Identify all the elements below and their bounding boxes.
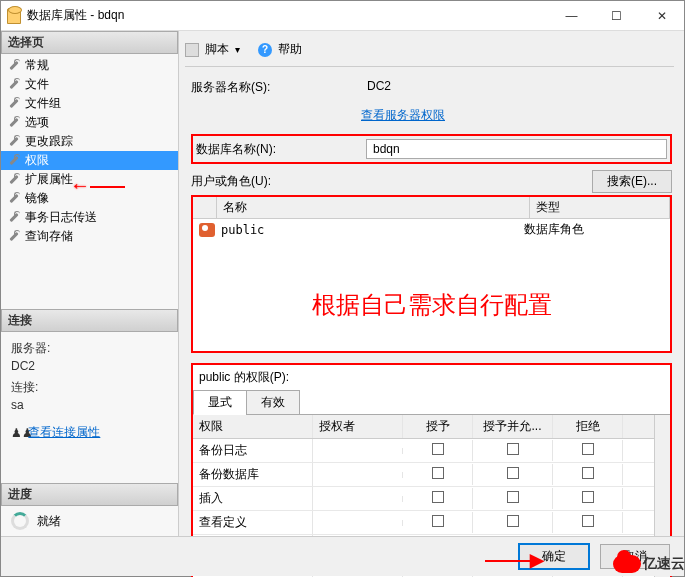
grant-checkbox[interactable] [432,515,444,527]
wrench-icon [7,193,21,205]
perm-name: 备份日志 [193,439,313,462]
perm-row[interactable]: 备份日志 [193,439,654,463]
help-icon: ? [258,43,272,57]
sidebar-item-logshipping[interactable]: 事务日志传送 [1,208,178,227]
with-grant-checkbox[interactable] [507,443,519,455]
script-icon [185,43,199,57]
watermark: 亿速云 [613,555,685,573]
wrench-icon [7,79,21,91]
script-button[interactable]: 脚本 [205,41,229,58]
perm-grantor [313,448,403,454]
db-name-input[interactable] [366,139,667,159]
col-permission[interactable]: 权限 [193,415,313,438]
connection-value: sa [11,398,168,412]
sidebar-page-list: 常规 文件 文件组 选项 更改跟踪 权限 扩展属性 镜像 事务日志传送 查询存储 [1,54,178,248]
wrench-icon [7,212,21,224]
deny-checkbox[interactable] [582,515,594,527]
perm-grantor [313,472,403,478]
cloud-icon [613,555,641,573]
users-roles-grid: 名称 类型 public 数据库角色 根据自己需求自行配置 [191,195,672,353]
role-icon [199,223,215,237]
grant-checkbox[interactable] [432,491,444,503]
minimize-button[interactable]: — [549,1,594,30]
sidebar-header-progress: 进度 [1,483,178,506]
search-button[interactable]: 搜索(E)... [592,170,672,193]
with-grant-checkbox[interactable] [507,467,519,479]
sidebar-item-changetracking[interactable]: 更改跟踪 [1,132,178,151]
tab-effective[interactable]: 有效 [246,390,300,415]
sidebar-item-options[interactable]: 选项 [1,113,178,132]
sidebar-item-querystore[interactable]: 查询存储 [1,227,178,246]
col-with-grant[interactable]: 授予并允... [473,415,553,438]
wrench-icon [7,117,21,129]
server-label: 服务器: [11,340,168,357]
col-type[interactable]: 类型 [530,197,670,218]
close-button[interactable]: ✕ [639,1,684,30]
watermark-text: 亿速云 [643,555,685,573]
users-grid-row[interactable]: public 数据库角色 [193,219,670,240]
view-connection-props-link[interactable]: 查看连接属性 [28,424,100,441]
sidebar-item-files[interactable]: 文件 [1,75,178,94]
col-name[interactable]: 名称 [217,197,530,218]
maximize-button[interactable]: ☐ [594,1,639,30]
tab-explicit[interactable]: 显式 [193,390,247,415]
sidebar-header-connection: 连接 [1,309,178,332]
with-grant-checkbox[interactable] [507,491,519,503]
progress-spinner-icon [11,512,29,530]
grant-checkbox[interactable] [432,467,444,479]
perm-grantor [313,520,403,526]
annotation-box-dbname: 数据库名称(N): [191,134,672,164]
progress-status: 就绪 [37,513,61,530]
wrench-icon [7,174,21,186]
script-dropdown-icon[interactable]: ▾ [235,44,240,55]
server-value: DC2 [11,359,168,373]
row-type: 数据库角色 [524,221,664,238]
annotation-text: 根据自己需求自行配置 [193,289,670,321]
col-grantor[interactable]: 授权者 [313,415,403,438]
database-icon [7,8,21,24]
wrench-icon [7,60,21,72]
perm-name: 查看定义 [193,511,313,534]
sidebar-item-permissions[interactable]: 权限 [1,151,178,170]
wrench-icon [7,155,21,167]
sidebar-header-select: 选择页 [1,31,178,54]
users-roles-label: 用户或角色(U): [191,173,592,190]
col-deny[interactable]: 拒绝 [553,415,623,438]
server-name-value: DC2 [361,77,672,97]
db-name-label: 数据库名称(N): [196,141,366,158]
with-grant-checkbox[interactable] [507,515,519,527]
perm-grantor [313,496,403,502]
titlebar: 数据库属性 - bdqn — ☐ ✕ [1,1,684,31]
help-button[interactable]: 帮助 [278,41,302,58]
deny-checkbox[interactable] [582,467,594,479]
sidebar-item-filegroups[interactable]: 文件组 [1,94,178,113]
perm-name: 插入 [193,487,313,510]
perm-row[interactable]: 插入 [193,487,654,511]
view-server-perms-link[interactable]: 查看服务器权限 [361,107,445,124]
window-title: 数据库属性 - bdqn [27,7,549,24]
people-icon: ♟♟ [11,426,25,440]
grant-checkbox[interactable] [432,443,444,455]
server-name-label: 服务器名称(S): [191,79,361,96]
wrench-icon [7,136,21,148]
dialog-window: 数据库属性 - bdqn — ☐ ✕ 选择页 常规 文件 文件组 选项 更改跟踪… [0,0,685,577]
main-panel: 脚本 ▾ ? 帮助 服务器名称(S): DC2 查看服务器权限 数据库名称(N)… [179,31,684,536]
dialog-footer: ▶ 确定 取消 [1,536,684,576]
sidebar-item-mirroring[interactable]: 镜像 [1,189,178,208]
permissions-label: public 的权限(P): [193,367,670,388]
perm-row[interactable]: 查看定义 [193,511,654,535]
sidebar: 选择页 常规 文件 文件组 选项 更改跟踪 权限 扩展属性 镜像 事务日志传送 … [1,31,179,536]
deny-checkbox[interactable] [582,443,594,455]
wrench-icon [7,98,21,110]
connection-info: 服务器: DC2 连接: sa ♟♟ 查看连接属性 [1,332,178,453]
annotation-arrow-icon: ▶ [485,549,544,571]
perm-name: 备份数据库 [193,463,313,486]
wrench-icon [7,231,21,243]
sidebar-item-general[interactable]: 常规 [1,56,178,75]
col-grant[interactable]: 授予 [403,415,473,438]
perm-row[interactable]: 备份数据库 [193,463,654,487]
sidebar-item-extended[interactable]: 扩展属性 [1,170,178,189]
toolbar: 脚本 ▾ ? 帮助 [185,39,674,67]
connection-label: 连接: [11,379,168,396]
deny-checkbox[interactable] [582,491,594,503]
